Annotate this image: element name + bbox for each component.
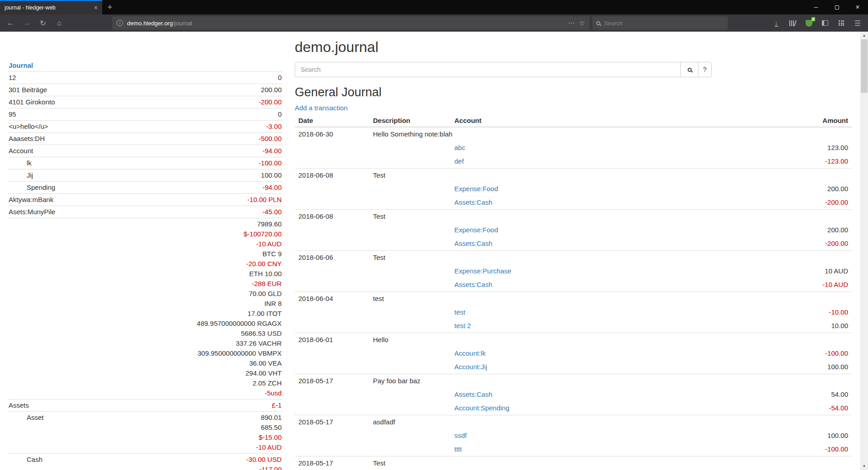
posting-account-link[interactable]: abc <box>454 144 465 151</box>
close-window-button[interactable]: × <box>847 0 868 14</box>
scroll-up-arrow[interactable]: ▲ <box>860 32 868 39</box>
journal-search-input[interactable] <box>295 62 681 77</box>
minimize-button[interactable] <box>806 0 826 14</box>
posting-account-link[interactable]: Expense:Food <box>454 185 498 193</box>
account-name[interactable]: Account <box>8 145 106 157</box>
posting-desc-spacer <box>369 264 451 278</box>
posting-amount: -100.00 <box>761 442 852 456</box>
balance-amount: 2.05 ZCH <box>107 378 282 388</box>
posting-account-link[interactable]: test <box>454 308 465 316</box>
sidebar-account-row: 7989.60$-100720.00-10 AUDBTC 9-20.00 CNY… <box>8 218 283 400</box>
posting-desc-spacer <box>369 429 451 442</box>
posting-account-link[interactable]: Account:lk <box>454 349 486 357</box>
maximize-button[interactable] <box>826 0 847 14</box>
account-name[interactable]: Assets <box>8 400 106 412</box>
posting-account-link[interactable]: def <box>454 157 464 165</box>
account-name[interactable]: Asets:MunyPile <box>8 206 106 218</box>
apps-grid-button[interactable] <box>835 16 848 30</box>
scrollbar-thumb[interactable] <box>861 39 868 93</box>
column-header-account: Account <box>451 114 761 127</box>
posting-date-spacer <box>295 223 369 237</box>
browser-search-bar[interactable]: Search <box>592 16 728 30</box>
posting-desc-spacer <box>369 442 451 456</box>
account-balance: -500.00 <box>106 133 283 145</box>
account-name[interactable]: 301 Beiträge <box>8 84 106 96</box>
url-text[interactable]: demo.hledger.org/journal <box>127 20 564 27</box>
posting-account-link[interactable]: Account:Spending <box>454 404 509 412</box>
posting-account-link[interactable]: Expense:Purchase <box>454 267 511 275</box>
balance-amount: $-15.00 <box>107 432 282 442</box>
posting-amount: 54.00 <box>761 388 852 401</box>
back-button[interactable]: ← <box>4 16 17 30</box>
posting-account-link[interactable]: Assets:Cash <box>454 390 492 398</box>
transaction-date: 2018-05-17 <box>295 456 369 470</box>
account-name[interactable]: Spending <box>8 182 106 194</box>
posting-account-cell: test <box>451 306 761 319</box>
posting-amount: 200.00 <box>761 182 852 196</box>
posting-account-link[interactable]: Expense:Food <box>454 226 498 234</box>
balance-amount: -117.00 <box>107 465 282 470</box>
downloads-button[interactable]: ↓ <box>769 16 783 30</box>
url-bar[interactable]: i demo.hledger.org/journal ⋯ ☆ <box>112 16 590 30</box>
account-name[interactable]: lk <box>8 157 106 169</box>
account-name[interactable]: 4101 Girokonto <box>8 96 106 108</box>
new-tab-button[interactable]: + <box>102 0 118 14</box>
posting-row: Expense:Food200.00 <box>295 223 852 237</box>
posting-account-link[interactable]: test 2 <box>454 322 471 329</box>
library-icon <box>789 20 796 26</box>
home-button[interactable]: ⌂ <box>52 16 66 30</box>
balance-amount: -10 AUD <box>107 239 282 249</box>
scroll-down-arrow[interactable]: ▼ <box>860 462 868 470</box>
bookmark-star-icon[interactable]: ☆ <box>579 19 585 27</box>
site-info-icon[interactable]: i <box>117 20 123 26</box>
search-help-button[interactable]: ? <box>698 62 712 77</box>
account-balance: -45.00 <box>106 206 283 218</box>
sidebar-account-row: Spending-94.00 <box>8 182 283 194</box>
posting-account-link[interactable]: Assets:Cash <box>454 198 492 206</box>
transaction-amount-spacer <box>761 169 852 183</box>
balance-amount: -45.00 <box>107 207 282 217</box>
add-transaction-link[interactable]: Add a transaction <box>295 104 348 112</box>
grid-icon <box>839 20 844 26</box>
posting-account-link[interactable]: Account:Jij <box>454 363 487 371</box>
menu-button[interactable]: ☰ <box>851 16 864 30</box>
balance-amount: 36.00 VEA <box>107 358 282 368</box>
forward-button[interactable]: → <box>20 16 33 30</box>
balance-amount: -500.00 <box>107 134 282 144</box>
posting-account-link[interactable]: ssdf <box>454 432 467 439</box>
balance-amount: 17.00 ITOT <box>107 309 282 319</box>
tab-close-icon[interactable]: × <box>94 4 98 11</box>
posting-account-cell: Account:Jij <box>451 360 761 374</box>
balance-amount: $-100720.00 <box>107 229 282 239</box>
posting-account-link[interactable]: tttt <box>454 445 462 453</box>
posting-account-link[interactable]: Assets:Cash <box>454 281 492 288</box>
account-name[interactable]: 12 <box>8 72 106 84</box>
column-header-date: Date <box>295 114 369 127</box>
journal-search-button[interactable] <box>680 62 698 77</box>
journal-link[interactable]: Journal <box>9 61 33 69</box>
account-name[interactable]: Jij <box>8 169 106 182</box>
account-name[interactable]: Aaasets:DH <box>8 133 106 145</box>
sidebar-toggle-button[interactable] <box>818 16 832 30</box>
account-balance: £-1 <box>106 400 283 412</box>
browser-tab[interactable]: journal - hledger-web × <box>0 0 102 14</box>
balance-amount: -100.00 <box>107 158 282 168</box>
vertical-scrollbar[interactable]: ▲ ▼ <box>860 32 868 470</box>
library-button[interactable] <box>786 16 799 30</box>
account-name[interactable]: Aktywa:mBank <box>8 194 106 206</box>
reload-button[interactable]: ↻ <box>36 16 50 30</box>
account-name[interactable]: 95 <box>8 108 106 121</box>
transaction-amount-spacer <box>761 456 852 470</box>
account-name[interactable]: Asset <box>8 412 106 454</box>
posting-account-link[interactable]: Assets:Cash <box>454 240 492 247</box>
posting-account-cell: Account:lk <box>451 347 761 360</box>
page-actions-icon[interactable]: ⋯ <box>568 19 575 27</box>
balance-amount: 0 <box>107 109 282 119</box>
transaction-date: 2018-05-17 <box>295 415 369 429</box>
search-icon <box>596 21 600 25</box>
balance-amount: 100.00 <box>107 170 282 180</box>
adblock-extension-button[interactable]: 0 <box>802 16 816 30</box>
account-name[interactable]: <u>hello</u> <box>8 121 106 133</box>
posting-date-spacer <box>295 360 369 374</box>
account-name[interactable]: Cash <box>8 454 106 470</box>
